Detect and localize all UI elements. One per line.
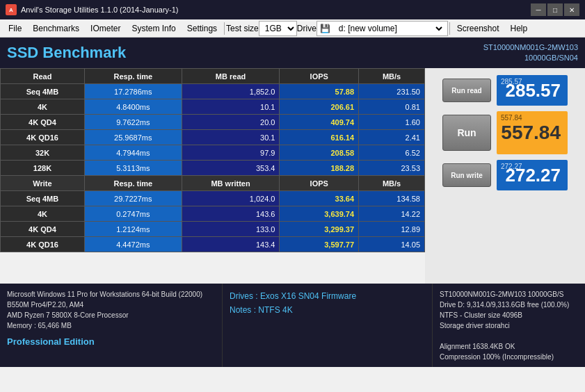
read-4k-label: 4K	[1, 99, 85, 115]
benchmark-table: Read Resp. time MB read IOPS MB/s Seq 4M…	[0, 68, 425, 284]
menu-separator-2	[449, 22, 450, 35]
read-32k-mbs: 6.52	[359, 145, 425, 161]
close-button[interactable]: ✕	[564, 3, 579, 16]
write-4kqd16-mb: 143.4	[182, 237, 280, 252]
table-row: 32K 4.7944ms 97.9 208.58 6.52	[1, 145, 425, 161]
mbs-write-header: MB/s	[359, 176, 425, 191]
score-panel: Run read 285.57 285.57 Run 557.84 557.84…	[425, 68, 585, 284]
drive-notes: Drives : Exos X16 SN04 Firmware Notes : …	[223, 284, 432, 367]
read-32k-resp: 4.7944ms	[84, 145, 182, 161]
test-size-select[interactable]: 1GB 2GB 4GB	[259, 21, 297, 36]
write-4kqd4-mbs: 12.89	[359, 222, 425, 237]
write-4k-iops: 3,639.74	[280, 206, 359, 222]
run-write-row: Run write 272.27 272.27	[442, 160, 568, 190]
sys-line-2: B550M Pro4/P2.20, AM4	[7, 300, 215, 310]
write-4k-mbs: 14.22	[359, 206, 425, 222]
read-seq-mbs: 231.50	[359, 84, 425, 99]
run-main-row: Run 557.84 557.84	[442, 111, 568, 154]
total-score-value: 557.84	[501, 122, 561, 144]
app-icon: A	[6, 4, 17, 15]
menu-file[interactable]: File	[3, 22, 27, 35]
drive-detail-5	[440, 331, 578, 341]
read-32k-iops: 208.58	[280, 145, 359, 161]
menu-separator-1	[224, 22, 225, 35]
drive-select[interactable]: d: [new volume]	[333, 22, 444, 35]
app-title: SSD Benchmark	[7, 44, 126, 62]
write-4kqd4-resp: 1.2124ms	[84, 222, 182, 237]
write-4kqd4-label: 4K QD4	[1, 222, 85, 237]
read-4kqd16-mb: 30.1	[182, 130, 280, 145]
write-seq-resp: 29.7227ms	[84, 191, 182, 206]
write-score-box: 272.27 272.27	[497, 160, 568, 190]
drive-detail-2: Drive D: 9,314.0/9,313.6GB free (100.0%)	[440, 300, 578, 310]
menu-settings[interactable]: Settings	[182, 22, 223, 35]
mbs-read-header: MB/s	[359, 69, 425, 84]
system-info: Microsoft Windows 11 Pro for Workstation…	[0, 284, 223, 367]
menu-benchmarks[interactable]: Benchmarks	[27, 22, 85, 35]
write-4k-label: 4K	[1, 206, 85, 222]
menu-iometer[interactable]: IOmeter	[85, 22, 126, 35]
run-button[interactable]: Run	[442, 115, 491, 151]
mb-read-header: MB read	[182, 69, 280, 84]
app-header: SSD Benchmark ST10000NM001G-2MW103 10000…	[0, 38, 585, 68]
read-label-header: Read	[1, 69, 85, 84]
iops-read-header: IOPS	[280, 69, 359, 84]
read-4kqd4-resp: 9.7622ms	[84, 115, 182, 130]
menu-bar: File Benchmarks IOmeter System Info Sett…	[0, 19, 585, 38]
read-128k-mbs: 23.53	[359, 161, 425, 176]
write-seq-iops: 33.64	[280, 191, 359, 206]
read-score-label: 285.57	[501, 78, 522, 85]
bottom-bar: Microsoft Windows 11 Pro for Workstation…	[0, 284, 585, 367]
write-4kqd16-resp: 4.4472ms	[84, 237, 182, 252]
sys-line-3: AMD Ryzen 7 5800X 8-Core Processor	[7, 310, 215, 320]
drive-details: ST10000NM001G-2MW103 10000GB/S Drive D: …	[432, 284, 585, 367]
sys-line-4: Memory : 65,466 MB	[7, 320, 215, 331]
table-row: 4K 0.2747ms 143.6 3,639.74 14.22	[1, 206, 425, 222]
window-controls[interactable]: ─ □ ✕	[531, 3, 579, 16]
main-content: Read Resp. time MB read IOPS MB/s Seq 4M…	[0, 68, 585, 284]
menu-sysinfo[interactable]: System Info	[126, 22, 181, 35]
read-4kqd4-iops: 409.74	[280, 115, 359, 130]
notes-line: Notes : NTFS 4K	[230, 303, 425, 317]
write-4kqd16-mbs: 14.05	[359, 237, 425, 252]
table-row: 4K QD16 25.9687ms 30.1 616.14 2.41	[1, 130, 425, 145]
read-128k-label: 128K	[1, 161, 85, 176]
read-4k-mbs: 0.81	[359, 99, 425, 115]
write-seq-label: Seq 4MB	[1, 191, 85, 206]
run-read-row: Run read 285.57 285.57	[442, 75, 568, 106]
maximize-button[interactable]: □	[547, 3, 563, 16]
total-score-box: 557.84 557.84	[497, 111, 568, 154]
write-4kqd4-mb: 133.0	[182, 222, 280, 237]
table-row: 4K QD16 4.4472ms 143.4 3,597.77 14.05	[1, 237, 425, 252]
drive-detail-1: ST10000NM001G-2MW103 10000GB/S	[440, 289, 578, 300]
minimize-button[interactable]: ─	[531, 3, 546, 16]
table-row: 4K QD4 9.7622ms 20.0 409.74 1.60	[1, 115, 425, 130]
run-read-button[interactable]: Run read	[442, 79, 491, 102]
table-row: 4K 4.8400ms 10.1 206.61 0.81	[1, 99, 425, 115]
read-4k-mb: 10.1	[182, 99, 280, 115]
read-4kqd16-iops: 616.14	[280, 130, 359, 145]
table-row: 4K QD4 1.2124ms 133.0 3,299.37 12.89	[1, 222, 425, 237]
read-4kqd4-mbs: 1.60	[359, 115, 425, 130]
read-seq-iops: 57.88	[280, 84, 359, 99]
drive-info: ST10000NM001G-2MW103 10000GB/SN04	[483, 42, 578, 64]
run-write-button[interactable]: Run write	[442, 163, 491, 187]
drive-icon: 💾	[320, 24, 330, 33]
read-score-box: 285.57 285.57	[497, 75, 568, 106]
total-score-label: 557.84	[501, 114, 522, 122]
table-row: Seq 4MB 29.7227ms 1,024.0 33.64 134.58	[1, 191, 425, 206]
write-4kqd16-iops: 3,597.77	[280, 237, 359, 252]
read-header-row: Read Resp. time MB read IOPS MB/s	[1, 69, 425, 84]
write-seq-mbs: 134.58	[359, 191, 425, 206]
write-seq-mb: 1,024.0	[182, 191, 280, 206]
pro-edition-label: Professional Edition	[7, 335, 215, 349]
drives-line: Drives : Exos X16 SN04 Firmware	[230, 289, 425, 303]
write-label-header: Write	[1, 176, 85, 191]
drive-size: 10000GB/SN04	[483, 53, 578, 63]
write-4k-resp: 0.2747ms	[84, 206, 182, 222]
read-seq-label: Seq 4MB	[1, 84, 85, 99]
drive-detail-7: Compression 100% (Incompressible)	[440, 352, 578, 362]
menu-screenshot[interactable]: Screenshot	[451, 22, 505, 35]
drive-detail-6: Alignment 1638.4KB OK	[440, 341, 578, 352]
menu-help[interactable]: Help	[505, 22, 534, 35]
